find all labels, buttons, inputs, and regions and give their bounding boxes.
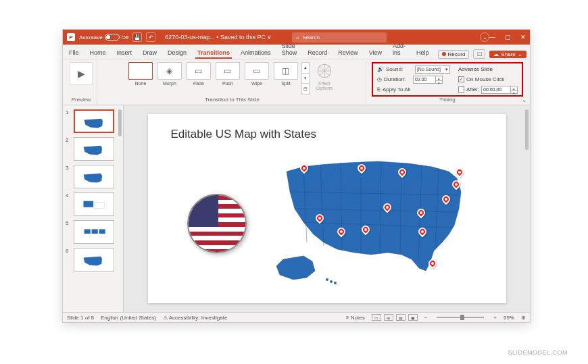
sound-label: Sound:: [386, 66, 413, 72]
fit-to-window-button[interactable]: ⊕: [521, 315, 526, 321]
duration-label: Duration:: [384, 76, 411, 82]
autosave-state: Off: [122, 34, 129, 41]
transition-none[interactable]: None: [127, 62, 154, 86]
spin-down-icon[interactable]: ▾: [511, 91, 517, 95]
tab-slideshow[interactable]: Slide Show: [280, 41, 299, 59]
thumbnail-panel: 1 2 3 4 5 6: [63, 105, 124, 312]
clock-icon: ◷: [377, 76, 382, 82]
tab-design[interactable]: Design: [166, 47, 189, 59]
slide-title[interactable]: Editable US Map with States: [171, 128, 316, 141]
group-timing: 🔊 Sound: [No Sound]▾ ◷ Duration: 02.00▴▾…: [368, 61, 527, 105]
spin-up-icon[interactable]: ▴: [436, 76, 442, 81]
group-transitions: None ◈Morph ▭Fade ▭Push ▭Wipe ◫Split ▴▾⊟…: [99, 61, 366, 105]
chevron-down-icon: ▾: [445, 67, 448, 72]
tab-help[interactable]: Help: [414, 47, 431, 59]
ribbon-collapse-button[interactable]: ⌄: [522, 97, 527, 103]
effect-options-icon: [316, 62, 333, 80]
slide-thumbnail-3[interactable]: 3: [66, 165, 120, 188]
apply-all-icon: ⎘: [377, 86, 381, 93]
zoom-level[interactable]: 59%: [504, 315, 514, 321]
save-icon[interactable]: 💾: [132, 32, 142, 42]
preview-button[interactable]: ▶: [70, 62, 93, 85]
reading-view-button[interactable]: ▤: [396, 314, 406, 321]
apply-to-all-button[interactable]: ⎘ Apply To All: [377, 85, 450, 94]
svg-point-7: [330, 280, 333, 283]
zoom-out-button[interactable]: −: [424, 315, 428, 321]
tab-home[interactable]: Home: [88, 47, 108, 59]
toggle-switch-icon[interactable]: [105, 34, 120, 41]
autosave-label: AutoSave: [79, 34, 103, 41]
statusbar: Slide 1 of 8 English (United States) ⚠ A…: [63, 312, 530, 322]
slide-thumbnail-6[interactable]: 6: [66, 248, 120, 271]
us-flag-badge[interactable]: [187, 194, 247, 253]
transition-wipe[interactable]: ▭Wipe: [243, 62, 270, 86]
slide-thumbnail-5[interactable]: 5: [66, 220, 120, 244]
tab-draw[interactable]: Draw: [141, 47, 159, 59]
watermark: SLIDEMODEL.COM: [508, 349, 568, 356]
minimize-button[interactable]: —: [489, 34, 495, 41]
search-input[interactable]: ⌕ Search: [292, 32, 387, 43]
close-button[interactable]: ✕: [520, 34, 526, 41]
sound-select[interactable]: [No Sound]▾: [415, 66, 450, 74]
tab-addins[interactable]: Add-ins: [391, 41, 408, 59]
svg-rect-3: [84, 229, 91, 234]
record-button[interactable]: Record: [438, 50, 470, 59]
svg-rect-1: [84, 201, 94, 207]
share-button[interactable]: ☁ Share ⌄: [489, 51, 526, 58]
language-status[interactable]: English (United States): [101, 315, 156, 321]
tab-animations[interactable]: Animations: [239, 47, 273, 59]
slide-counter[interactable]: Slide 1 of 8: [67, 315, 94, 321]
duration-input[interactable]: 02.00▴▾: [413, 76, 443, 84]
svg-point-6: [326, 278, 328, 281]
slide-canvas[interactable]: Editable US Map with States: [124, 105, 530, 312]
comments-button[interactable]: ☐: [473, 49, 485, 59]
tab-insert[interactable]: Insert: [115, 47, 134, 59]
thumbnail-scrollbar[interactable]: [118, 109, 122, 136]
document-name[interactable]: 6270-03-us-map... • Saved to this PC ∨: [165, 34, 272, 41]
tab-view[interactable]: View: [367, 47, 384, 59]
app-icon: P: [67, 33, 75, 41]
transition-morph[interactable]: ◈Morph: [156, 62, 183, 86]
us-map[interactable]: [266, 155, 489, 290]
on-mouse-click-checkbox[interactable]: ✓: [458, 76, 464, 82]
slideshow-view-button[interactable]: ▣: [408, 314, 418, 321]
notes-button[interactable]: ≡ Notes: [346, 315, 365, 321]
svg-rect-2: [95, 203, 105, 209]
effect-options-button[interactable]: Effect Options: [312, 62, 337, 90]
powerpoint-window: P AutoSave Off 💾 ↶ 6270-03-us-map... • S…: [62, 29, 531, 323]
autosave-toggle[interactable]: AutoSave Off: [79, 34, 128, 41]
tab-review[interactable]: Review: [336, 47, 360, 59]
on-mouse-click-label: On Mouse Click: [466, 76, 504, 82]
tab-record[interactable]: Record: [305, 47, 329, 59]
accessibility-status[interactable]: ⚠ Accessibility: Investigate: [163, 315, 227, 321]
zoom-slider[interactable]: [437, 317, 484, 318]
after-time-input[interactable]: 00:00.00▴▾: [481, 86, 518, 94]
transition-fade[interactable]: ▭Fade: [185, 62, 212, 86]
sound-icon: 🔊: [377, 66, 384, 72]
search-icon: ⌕: [296, 34, 299, 41]
canvas-scrollbar[interactable]: [525, 109, 529, 150]
maximize-button[interactable]: ▢: [505, 34, 511, 41]
group-preview: ▶ Preview: [66, 61, 97, 105]
gallery-more-button[interactable]: ▴▾⊟: [301, 62, 310, 95]
tab-file[interactable]: File: [67, 47, 81, 59]
spin-up-icon[interactable]: ▴: [511, 86, 517, 91]
account-icon[interactable]: ⌄: [480, 32, 489, 42]
undo-icon[interactable]: ↶: [146, 32, 155, 42]
normal-view-button[interactable]: ▭: [372, 314, 381, 321]
slide[interactable]: Editable US Map with States: [148, 114, 506, 303]
transition-push[interactable]: ▭Push: [214, 62, 241, 86]
slide-thumbnail-2[interactable]: 2: [66, 137, 120, 161]
svg-rect-5: [99, 229, 105, 234]
timing-highlight-box: 🔊 Sound: [No Sound]▾ ◷ Duration: 02.00▴▾…: [372, 62, 523, 97]
zoom-in-button[interactable]: +: [493, 315, 497, 321]
slide-thumbnail-1[interactable]: 1: [66, 109, 120, 133]
slide-thumbnail-4[interactable]: 4: [66, 192, 120, 216]
tab-transitions[interactable]: Transitions: [195, 47, 232, 59]
sorter-view-button[interactable]: ⊞: [384, 314, 393, 321]
record-dot-icon: [442, 52, 446, 56]
transition-split[interactable]: ◫Split: [272, 62, 299, 86]
after-checkbox[interactable]: [458, 86, 464, 93]
advance-slide-label: Advance Slide: [458, 65, 518, 74]
spin-down-icon[interactable]: ▾: [436, 81, 442, 85]
